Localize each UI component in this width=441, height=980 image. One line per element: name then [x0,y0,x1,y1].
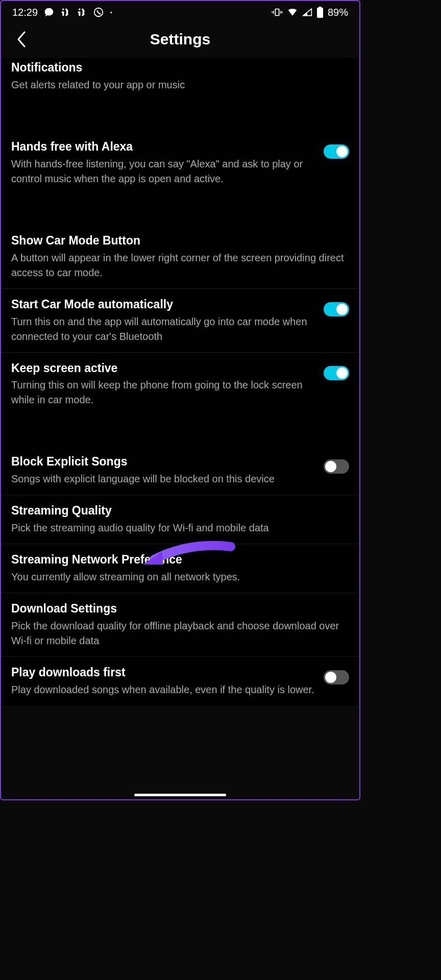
nav-home-indicator[interactable] [134,794,226,796]
setting-desc: You currently allow streaming on all net… [11,570,349,584]
back-button[interactable] [10,28,33,51]
setting-desc: Turn this on and the app will automatica… [11,314,315,344]
setting-desc: Pick the download quality for offline pl… [11,619,349,648]
setting-title: Streaming Network Preference [11,552,349,568]
chevron-left-icon [15,30,28,48]
setting-title: Play downloads first [11,665,315,680]
setting-download[interactable]: Download Settings Pick the download qual… [1,593,359,657]
battery-percent: 89% [328,7,348,18]
setting-desc: Songs with explicit language will be blo… [11,472,315,486]
settings-list: Notifications Get alerts related to your… [1,58,359,705]
toggle-block-explicit[interactable] [324,459,349,474]
setting-desc: Turning this on will keep the phone from… [11,378,315,407]
svg-rect-6 [317,8,323,18]
toggle-car-mode-auto[interactable] [324,302,349,316]
status-bar: 12:29 • 89% [1,1,359,23]
setting-text: Show Car Mode Button A button will appea… [11,233,349,280]
battery-icon [316,7,324,18]
setting-title: Streaming Quality [11,503,349,519]
dot-icon: • [110,10,112,15]
header: Settings [1,23,359,58]
setting-text: Keep screen active Turning this on will … [11,361,315,408]
setting-title: Block Explicit Songs [11,454,315,470]
signal-icon [302,7,312,17]
setting-title: Keep screen active [11,361,315,376]
setting-streaming-network[interactable]: Streaming Network Preference You current… [1,544,359,593]
setting-car-mode-button[interactable]: Show Car Mode Button A button will appea… [1,225,359,289]
toggle-alexa[interactable] [324,144,349,159]
setting-desc: Pick the streaming audio quality for Wi-… [11,521,349,535]
setting-text: Play downloads first Play downloaded son… [11,665,315,697]
setting-car-mode-auto[interactable]: Start Car Mode automatically Turn this o… [1,289,359,353]
setting-desc: Get alerts related to your app or music [11,78,349,92]
setting-streaming-quality[interactable]: Streaming Quality Pick the streaming aud… [1,495,359,544]
setting-text: Download Settings Pick the download qual… [11,601,349,648]
page-title: Settings [10,31,350,48]
setting-title: Download Settings [11,601,349,617]
status-bar-right: 89% [272,7,348,18]
setting-title: Start Car Mode automatically [11,297,315,312]
toggle-screen-active[interactable] [324,366,349,380]
svg-rect-7 [318,7,322,8]
slack-icon [60,7,70,17]
setting-title: Hands free with Alexa [11,139,315,155]
toggle-play-downloads-first[interactable] [324,670,349,684]
setting-desc: A button will appear in the lower right … [11,251,349,280]
setting-text: Streaming Quality Pick the streaming aud… [11,503,349,535]
setting-text: Notifications Get alerts related to your… [11,60,349,92]
status-time: 12:29 [12,7,38,18]
chat-bubble-icon [44,7,54,17]
svg-rect-1 [275,9,279,16]
slack-icon-2 [77,7,87,17]
setting-desc: With hands-free listening, you can say "… [11,157,315,186]
whatsapp-icon [93,7,104,18]
setting-block-explicit[interactable]: Block Explicit Songs Songs with explicit… [1,446,359,495]
setting-notifications[interactable]: Notifications Get alerts related to your… [1,58,359,101]
setting-title: Notifications [11,60,349,76]
setting-text: Block Explicit Songs Songs with explicit… [11,454,315,486]
setting-play-downloads-first[interactable]: Play downloads first Play downloaded son… [1,657,359,705]
vibrate-icon [272,7,283,18]
setting-alexa[interactable]: Hands free with Alexa With hands-free li… [1,131,359,194]
setting-text: Start Car Mode automatically Turn this o… [11,297,315,344]
setting-desc: Play downloaded songs when available, ev… [11,682,315,697]
setting-screen-active[interactable]: Keep screen active Turning this on will … [1,353,359,416]
setting-text: Hands free with Alexa With hands-free li… [11,139,315,186]
setting-text: Streaming Network Preference You current… [11,552,349,584]
status-bar-left: 12:29 • [12,7,112,18]
setting-title: Show Car Mode Button [11,233,349,249]
wifi-icon [287,7,298,17]
